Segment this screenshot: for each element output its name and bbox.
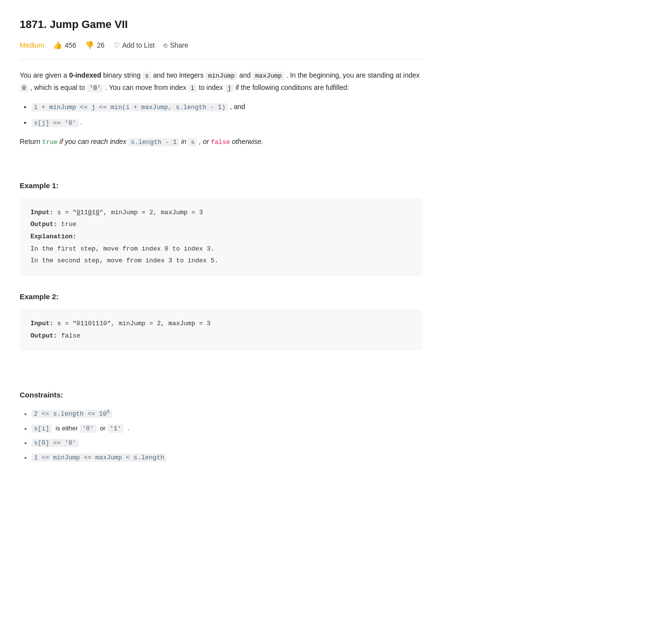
return-false-code: false <box>211 139 230 146</box>
var-i: i <box>188 84 197 92</box>
example1-output: Output: true <box>30 219 412 231</box>
constraints-list: 2 <= s.length <= 105 s[i] is either '0' … <box>31 407 422 463</box>
example1-title: Example 1: <box>20 179 422 192</box>
example2-title: Example 2: <box>20 290 422 303</box>
condition-1: i + minJump <= j <= min(i + maxJump, s.l… <box>31 101 422 113</box>
constraint2-one: '1' <box>108 424 124 433</box>
downvote-count: 26 <box>97 41 105 49</box>
meta-bar: Medium 👍 456 👎 26 ♡ Add to List ⎋ Share <box>20 40 422 59</box>
constraint3-code: s[0] == '0' <box>31 439 79 447</box>
constraint2-dot: . <box>128 424 130 432</box>
constraint2-si: s[i] <box>31 424 52 433</box>
var-s: s <box>142 72 151 80</box>
var-0: 0 <box>20 84 28 92</box>
downvote-button[interactable]: 👎 26 <box>85 41 105 50</box>
return-prefix: Return <box>20 138 42 145</box>
example2-output: Output: false <box>30 330 412 342</box>
return-true-code: true <box>42 139 57 146</box>
var-j: j <box>225 84 234 92</box>
constraint1-code: 2 <= s.length <= 105 <box>31 410 112 418</box>
constraints-section: Constraints: 2 <= s.length <= 105 s[i] i… <box>20 388 422 463</box>
condition1-tail: , and <box>230 103 245 111</box>
example1-block: Input: s = "011010", minJump = 2, maxJum… <box>20 198 422 276</box>
example1-input-value: s = "011010", minJump = 2, maxJump = 3 <box>57 209 203 216</box>
add-to-list-label: Add to List <box>122 41 155 49</box>
example1-line1: In the first step, move from index 0 to … <box>30 243 412 255</box>
condition-2: s[j] == '0' . <box>31 116 422 129</box>
desc-cont3: and two integers <box>153 71 206 79</box>
return-or-text: , or <box>199 138 211 145</box>
desc-bold: 0-indexed <box>69 71 101 79</box>
return-s-code: s <box>188 138 197 146</box>
example2-output-label: Output: <box>30 332 61 339</box>
desc-conditions: if the following conditions are fulfille… <box>235 84 349 91</box>
return-index-code: s.length - 1 <box>128 138 179 146</box>
desc-intro: You are given a <box>20 71 69 79</box>
return-suffix-text: otherwise. <box>232 138 263 145</box>
example1-line2: In the second step, move from index 3 to… <box>30 255 412 267</box>
example1-input: Input: s = "011010", minJump = 2, maxJum… <box>30 207 412 219</box>
difficulty-badge: Medium <box>20 40 44 51</box>
constraint-4: 1 <= minJump <= maxJump < s.length <box>31 452 422 463</box>
condition2-code: s[j] == '0' <box>31 119 79 127</box>
constraint-2: s[i] is either '0' or '1' . <box>31 423 422 434</box>
heart-icon: ♡ <box>113 41 120 49</box>
desc-and: and <box>239 71 252 79</box>
constraint2-is: is either <box>56 424 80 432</box>
example2-input-label: Input: <box>30 320 57 327</box>
share-label: Share <box>170 41 188 49</box>
constraint4-code: 1 <= minJump <= maxJump < s.length <box>31 453 167 462</box>
problem-body: You are given a 0-indexed binary string … <box>20 69 422 464</box>
example2-input-value: s = "01101110", minJump = 2, maxJump = 3 <box>57 320 211 327</box>
share-icon: ⎋ <box>164 41 168 49</box>
desc-cont2: binary string <box>103 71 142 79</box>
condition2-tail: . <box>81 118 83 126</box>
return-line: Return true if you can reach index s.len… <box>20 136 422 148</box>
spacer-1 <box>20 155 422 165</box>
upvote-button[interactable]: 👍 456 <box>53 41 76 50</box>
example1-explanation-label: Explanation: <box>30 233 77 240</box>
example1-output-label: Output: <box>30 221 61 228</box>
constraint2-zero: '0' <box>80 424 96 433</box>
example2-output-value: false <box>61 332 80 339</box>
constraint-1: 2 <= s.length <= 105 <box>31 407 422 420</box>
var-maxjump: maxJump <box>252 72 284 80</box>
example2-input: Input: s = "01101110", minJump = 2, maxJ… <box>30 318 412 330</box>
constraints-title: Constraints: <box>20 388 422 401</box>
example2-block: Input: s = "01101110", minJump = 2, maxJ… <box>20 309 422 351</box>
conditions-list: i + minJump <= j <= min(i + maxJump, s.l… <box>31 101 422 129</box>
constraint-3: s[0] == '0' <box>31 437 422 449</box>
example1-explanation: Explanation: <box>30 231 412 243</box>
example1-input-label: Input: <box>30 209 57 216</box>
var-minjump: minJump <box>205 72 237 80</box>
constraint2-or: or <box>100 424 107 432</box>
desc-cont5: , which is equal to <box>30 84 87 91</box>
return-in-text: in <box>181 138 189 145</box>
page-title: 1871. Jump Game VII <box>20 16 422 33</box>
desc-cont6: . You can move from index <box>105 84 188 91</box>
desc-to-index: to index <box>199 84 225 91</box>
return-italic-text: if you can reach index <box>59 138 128 145</box>
condition1-code: i + minJump <= j <= min(i + maxJump, s.l… <box>31 103 228 112</box>
thumbs-down-icon: 👎 <box>85 41 94 50</box>
share-button[interactable]: ⎋ Share <box>164 41 188 49</box>
upvote-count: 456 <box>65 41 76 49</box>
var-zero-char: '0' <box>87 84 103 92</box>
thumbs-up-icon: 👍 <box>53 41 62 50</box>
example1-output-value: true <box>61 221 76 228</box>
spacer-2 <box>20 362 422 373</box>
description-paragraph: You are given a 0-indexed binary string … <box>20 69 422 94</box>
add-to-list-button[interactable]: ♡ Add to List <box>113 41 155 49</box>
desc-cont4: . In the beginning, you are standing at … <box>286 71 420 79</box>
